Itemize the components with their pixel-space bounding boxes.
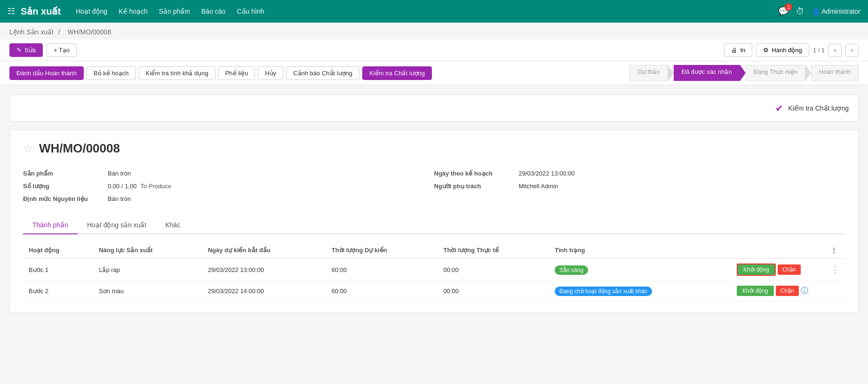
- gear-icon: ⚙: [763, 47, 769, 54]
- field-ngay-ke-hoach: Ngày theo kế hoạch 29/03/2022 13:00:00: [434, 167, 845, 180]
- ngay-ke-hoach-label: Ngày theo kế hoạch: [434, 170, 519, 177]
- breadcrumb-current: WH/MO/00008: [68, 28, 111, 36]
- brand-name: Sản xuất: [21, 6, 61, 17]
- status-badge-waiting: Đang chờ hoạt động sản xuất khác: [555, 287, 652, 296]
- navbar: ☷ Sản xuất Hoạt động Kế hoạch Sản phẩm B…: [0, 0, 868, 23]
- cell-tg-du-kien-2: 60:00: [326, 281, 438, 301]
- cell-hoat-dong-2: Bước 2: [23, 281, 93, 301]
- field-so-luong: Số lượng 0,00 / 1,00 To Produce: [23, 180, 434, 192]
- clock-icon[interactable]: ⏱: [796, 7, 804, 16]
- cell-more-1: ⋮: [825, 259, 845, 281]
- tab-thanh-phan[interactable]: Thành phần: [23, 216, 78, 234]
- cell-nang-luc-2: Sơn màu: [93, 281, 202, 301]
- admin-icon: 👤: [812, 8, 820, 15]
- san-pham-label: Sản phẩm: [23, 170, 108, 177]
- menu-san-pham[interactable]: Sản phẩm: [159, 6, 190, 17]
- col-tg-du-kien: Thời lượng Dự kiến: [326, 242, 438, 259]
- fields-grid: Sản phẩm Bàn tròn Số lượng 0,00 / 1,00 T…: [23, 167, 845, 205]
- khoi-dong-btn-1[interactable]: Khởi động: [737, 264, 776, 276]
- quality-check-button[interactable]: Kiểm tra Chất lượng: [362, 66, 432, 80]
- print-icon: 🖨: [731, 47, 737, 54]
- row-actions-1: Khởi động Chặn: [737, 264, 820, 276]
- san-pham-value: Bàn tròn: [108, 170, 131, 177]
- action-button[interactable]: ⚙ Hành động: [756, 43, 809, 57]
- chan-btn-1[interactable]: Chặn: [778, 264, 801, 275]
- cell-actions-2: Khởi động Chặn ⓘ: [731, 281, 825, 301]
- more-options-btn-1[interactable]: ⋮: [831, 265, 839, 274]
- to-produce-badge: To Produce: [140, 183, 171, 190]
- print-button[interactable]: 🖨 In: [724, 43, 752, 57]
- pipeline-step-inprogress[interactable]: Đang Thực hiện: [746, 65, 805, 81]
- breadcrumb: Lệnh Sản xuất / WH/MO/00008: [0, 23, 868, 40]
- status-pipeline: Dự thảo Đã được xác nhận Đang Thực hiện …: [629, 65, 859, 81]
- pipeline-arrow-1: [668, 65, 674, 81]
- notification-badge: 1: [785, 3, 792, 11]
- record-card: ☆ WH/MO/00008 Sản phẩm Bàn tròn Số lượng…: [9, 129, 859, 313]
- operations-table: Hoạt động Năng lực Sản xuất Ngày dự kiến…: [23, 242, 845, 301]
- cell-nang-luc-1: Lắp ráp: [93, 259, 202, 281]
- col-actions: [731, 242, 825, 259]
- cell-actions-1: Khởi động Chặn: [731, 259, 825, 281]
- more-options-icon[interactable]: ⋮: [831, 247, 837, 254]
- user-menu[interactable]: 👤 Administrator: [812, 8, 860, 15]
- chan-btn-2[interactable]: Chặn: [776, 286, 799, 296]
- dinh-muc-value: Bàn tròn: [108, 195, 131, 202]
- message-icon[interactable]: 💬 1: [778, 6, 788, 16]
- check-availability-button[interactable]: Kiểm tra tính khả dụng: [139, 66, 215, 80]
- breadcrumb-parent[interactable]: Lệnh Sản xuất: [9, 28, 54, 36]
- quality-alert-button[interactable]: Cảnh báo Chất lượng: [286, 66, 359, 80]
- cell-more-2: [825, 281, 845, 301]
- favorite-icon[interactable]: ☆: [23, 142, 33, 155]
- cell-tinh-trang-2: Đang chờ hoạt động sản xuất khác: [549, 281, 731, 301]
- navbar-right: 💬 1 ⏱ 👤 Administrator: [778, 6, 860, 16]
- menu-cau-hinh[interactable]: Cấu hình: [237, 6, 264, 17]
- table-row: Bước 2 Sơn màu 29/03/2022 14:00:00 60:00…: [23, 281, 845, 301]
- cell-tg-thuc-te-1: 00:00: [438, 259, 549, 281]
- cell-ngay-2: 29/03/2022 14:00:00: [202, 281, 326, 301]
- cell-hoat-dong-1: Bước 1: [23, 259, 93, 281]
- row-actions-2: Khởi động Chặn ⓘ: [737, 286, 820, 296]
- so-luong-value: 0,00 / 1,00 To Produce: [108, 183, 171, 190]
- col-nang-luc: Năng lực Sản xuất: [93, 242, 202, 259]
- main-content: ✔ Kiểm tra Chất lượng ☆ WH/MO/00008 Sản …: [0, 85, 868, 322]
- toolbar-right: 1 / 1 ‹ ›: [813, 44, 859, 57]
- checkmark-icon: ✔: [775, 103, 783, 114]
- pipeline-arrow-3: [805, 65, 811, 81]
- tab-hoat-dong[interactable]: Hoạt động sản xuất: [78, 216, 156, 234]
- cancel-button[interactable]: Hủy: [258, 66, 283, 80]
- col-hoat-dong: Hoạt động: [23, 242, 93, 259]
- pipeline-step-done[interactable]: Hoàn thành: [811, 65, 859, 81]
- mark-done-button[interactable]: Đánh dấu Hoàn thành: [9, 66, 84, 80]
- col-more-header: ⋮: [825, 242, 845, 259]
- nguoi-phu-trach-label: Người phụ trách: [434, 183, 519, 190]
- tab-khac[interactable]: Khác: [156, 216, 190, 234]
- record-header: ☆ WH/MO/00008: [23, 141, 845, 156]
- field-nguoi-phu-trach: Người phụ trách Mitchell Admin: [434, 180, 845, 192]
- breadcrumb-separator: /: [58, 28, 60, 36]
- table-row: Bước 1 Lắp ráp 29/03/2022 13:00:00 60:00…: [23, 259, 845, 281]
- record-title: WH/MO/00008: [39, 141, 120, 156]
- info-icon-2[interactable]: ⓘ: [801, 286, 808, 296]
- field-san-pham: Sản phẩm Bàn tròn: [23, 167, 434, 180]
- action-bar: Đánh dấu Hoàn thành Bỏ kế hoạch Kiểm tra…: [0, 61, 868, 85]
- pipeline-step-draft[interactable]: Dự thảo: [629, 65, 668, 81]
- col-tinh-trang: Tình trạng: [549, 242, 731, 259]
- pipeline-step-confirmed[interactable]: Đã được xác nhận: [674, 65, 740, 81]
- nguoi-phu-trach-value: Mitchell Admin: [519, 183, 558, 190]
- toolbar: ✎ Sửa + Tạo 🖨 In ⚙ Hành động 1 / 1 ‹ ›: [0, 40, 868, 61]
- scrap-button[interactable]: Phế liệu: [218, 66, 255, 80]
- prev-button[interactable]: ‹: [828, 44, 842, 57]
- pagination-label: 1 / 1: [813, 47, 825, 54]
- create-button[interactable]: + Tạo: [47, 43, 77, 57]
- cancel-plan-button[interactable]: Bỏ kế hoạch: [87, 66, 136, 80]
- menu-hoat-dong[interactable]: Hoạt động: [76, 6, 107, 17]
- menu-bao-cao[interactable]: Báo cáo: [201, 6, 225, 17]
- edit-button[interactable]: ✎ Sửa: [9, 43, 43, 57]
- quality-banner: ✔ Kiểm tra Chất lượng: [9, 95, 859, 122]
- khoi-dong-btn-2[interactable]: Khởi động: [737, 286, 774, 296]
- col-tg-thuc-te: Thời lượng Thực tế: [438, 242, 549, 259]
- status-badge-san-sang: Sẵn sàng: [555, 265, 588, 275]
- next-button[interactable]: ›: [845, 44, 859, 57]
- apps-icon[interactable]: ☷: [8, 6, 15, 16]
- menu-ke-hoach[interactable]: Kế hoạch: [119, 6, 148, 17]
